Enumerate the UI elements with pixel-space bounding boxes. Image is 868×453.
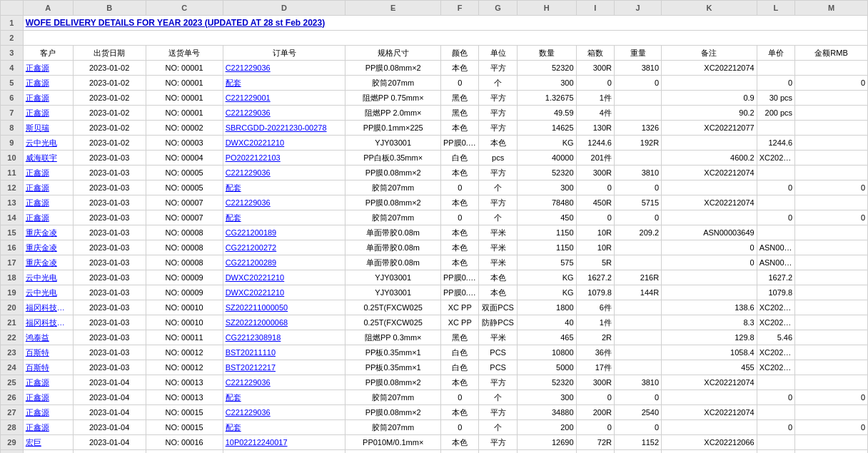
table-row: 26正鑫源2023-01-04NO: 00013配套胶筒207mm0个30000…: [1, 390, 868, 405]
cell-number: [795, 360, 868, 375]
cell-number: 209.2: [614, 225, 661, 240]
cell-number: 0: [576, 390, 614, 405]
cell-number: [795, 91, 868, 106]
cell-order-no: 配套: [223, 180, 345, 195]
cell-data: 本色: [441, 435, 479, 450]
cell-data: 2023-01-02: [73, 61, 146, 76]
cell-number: 1150: [517, 225, 576, 240]
cell-number: XC202212074: [662, 375, 757, 390]
cell-customer: 重庆金凌: [23, 225, 73, 240]
cell-customer: 宏巨: [23, 435, 73, 450]
cell-data: 2023-01-04: [73, 390, 146, 405]
cell-data: 2023-01-03: [73, 151, 146, 166]
header-color: 颜色: [441, 46, 479, 61]
cell-number: 14625: [517, 121, 576, 136]
cell-data: PP膜0.1mn: [441, 285, 479, 300]
cell-data: PP膜0.1mn: [441, 136, 479, 151]
cell-data: 平方: [479, 435, 517, 450]
cell-data: 防静PCS: [479, 315, 517, 330]
cell-number: 200: [517, 420, 576, 435]
cell-number: 144R: [614, 285, 661, 300]
cell-number: 8.3: [662, 315, 757, 330]
header-date: 出货日期: [73, 46, 146, 61]
cell-data: 0: [441, 390, 479, 405]
col-c: C: [146, 1, 223, 16]
cell-data: 平米: [479, 255, 517, 270]
cell-data: PP膜0.08mm×2: [345, 375, 441, 390]
cell-number: 0: [757, 420, 794, 435]
cell-order-no: CG2212308918: [223, 330, 345, 345]
col-f: F: [441, 1, 479, 16]
cell-number: 300R: [576, 166, 614, 180]
cell-customer: 威海联宇: [23, 151, 73, 166]
table-row: 25正鑫源2023-01-04NO: 00013C221229036PP膜0.0…: [1, 375, 868, 390]
cell-data: YJY03001: [345, 285, 441, 300]
cell-number: XC202212074: [662, 405, 757, 420]
cell-customer: 重庆金凌: [23, 240, 73, 255]
cell-customer: 云中光电: [23, 270, 73, 285]
cell-data: 平方: [479, 121, 517, 136]
cell-number: [662, 285, 757, 300]
cell-number: 129.8: [662, 330, 757, 345]
cell-number: XC202212077: [662, 121, 757, 136]
col-l: L: [757, 1, 794, 16]
cell-data: 平米: [479, 330, 517, 345]
table-row: 28正鑫源2023-01-04NO: 00015配套胶筒207mm0个20000…: [1, 420, 868, 435]
cell-data: 阻燃PP 2.0mm×: [345, 106, 441, 121]
cell-number: [795, 255, 868, 270]
table-row: 13正鑫源2023-01-03NO: 00007C221229036PP膜0.0…: [1, 195, 868, 210]
table-row: 14正鑫源2023-01-03NO: 00007配套胶筒207mm0个45000…: [1, 210, 868, 225]
cell-data: NO: 00003: [146, 136, 223, 151]
cell-number: [757, 435, 794, 450]
cell-customer: 鸿泰益: [23, 330, 73, 345]
cell-data: PP膜0.1mn: [441, 270, 479, 285]
cell-number: 6件: [576, 300, 614, 315]
cell-number: 3810: [614, 61, 661, 76]
cell-number: [757, 405, 794, 420]
cell-number: [757, 225, 794, 240]
cell-data: PP膜0.08mm×2: [345, 166, 441, 180]
cell-customer: 百斯特: [23, 345, 73, 360]
cell-number: [662, 210, 757, 225]
cell-number: 34880: [517, 405, 576, 420]
cell-order-no: C221229036: [223, 375, 345, 390]
cell-data: 本色: [441, 121, 479, 136]
cell-order-no: C221229036: [223, 166, 345, 180]
cell-number: 52320: [517, 166, 576, 180]
cell-data: 2023-01-02: [73, 76, 146, 91]
cell-number: [795, 450, 868, 454]
cell-data: 2023-01-03: [73, 300, 146, 315]
cell-number: 5R: [576, 255, 614, 270]
cell-data: 个: [479, 420, 517, 435]
cell-number: ASN00003650: [757, 240, 794, 255]
cell-number: [795, 285, 868, 300]
cell-customer: 正鑫源: [23, 195, 73, 210]
cell-number: KG: [517, 270, 576, 285]
cell-number: XC202212074: [662, 166, 757, 180]
table-row: 6正鑫源2023-01-02NO: 00001C221229001阻燃PP 0.…: [1, 91, 868, 106]
cell-number: 200 pcs: [757, 106, 794, 121]
cell-data: 黑色: [441, 106, 479, 121]
table-row: 24百斯特2023-01-03NO: 00012BST20212217PP板0.…: [1, 360, 868, 375]
cell-order-no: DWXC20221210: [223, 270, 345, 285]
col-h: H: [517, 1, 576, 16]
cell-customer: 正鑫源: [23, 375, 73, 390]
cell-number: [795, 345, 868, 360]
cell-number: [614, 151, 661, 166]
table-row: 16重庆金凌2023-01-03NO: 00008CG221200272单面带胶…: [1, 240, 868, 255]
cell-number: 4600.2: [662, 151, 757, 166]
col-i: I: [576, 1, 614, 16]
cell-data: 黑色: [441, 91, 479, 106]
cell-data: NO: 00008: [146, 255, 223, 270]
row-num-cell: 27: [1, 405, 24, 420]
cell-number: 0: [795, 180, 868, 195]
cell-number: 0: [795, 76, 868, 91]
cell-data: pcs: [479, 151, 517, 166]
row-num-cell: 15: [1, 225, 24, 240]
cell-data: 白色: [441, 151, 479, 166]
cell-data: 本色: [441, 450, 479, 454]
cell-data: PP膜0.08mm×2: [345, 405, 441, 420]
col-m: M: [795, 1, 868, 16]
cell-data: PCS: [479, 345, 517, 360]
cell-data: 本色: [441, 405, 479, 420]
